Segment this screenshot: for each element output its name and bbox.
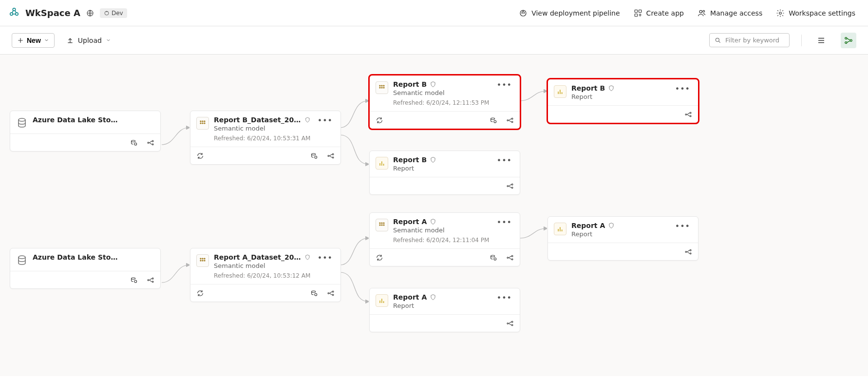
svg-point-59 [200,260,201,261]
svg-point-28 [312,153,316,155]
svg-point-17 [132,140,135,142]
svg-point-75 [507,257,509,258]
svg-point-36 [379,87,380,88]
svg-point-13 [845,37,847,39]
svg-point-32 [332,157,334,158]
gateway-icon[interactable] [489,253,498,263]
node-report-b-out[interactable]: Report B Report ••• [547,79,698,123]
lineage-icon[interactable] [505,181,515,191]
svg-point-9 [699,10,702,13]
upload-button[interactable]: Upload [66,37,111,44]
more-icon[interactable]: ••• [316,116,335,142]
svg-point-65 [332,291,334,292]
gateway-icon[interactable] [129,275,139,285]
svg-point-45 [511,184,513,185]
node-report-a-out[interactable]: Report A Report ••• [547,216,698,261]
gateway-icon[interactable] [129,138,139,148]
svg-point-42 [511,118,513,119]
svg-point-51 [132,278,135,279]
svg-point-63 [315,293,317,296]
svg-point-52 [134,280,137,283]
lineage-icon[interactable] [683,247,693,257]
more-icon[interactable]: ••• [495,218,514,244]
node-semantic-model-b[interactable]: Report B Semantic model Refreshed: 6/20/… [369,75,520,129]
filter-input[interactable]: Filter by keyword [709,33,790,47]
stage-label: Dev [112,10,123,17]
svg-point-19 [148,142,149,143]
svg-point-41 [507,119,509,121]
svg-point-79 [511,321,513,322]
more-icon[interactable]: ••• [495,293,514,309]
svg-point-31 [332,153,334,155]
node-dataset-a[interactable]: Report A_Dataset_2060000_2245... Semanti… [190,248,341,302]
svg-point-74 [494,258,496,260]
lineage-icon[interactable] [146,138,155,148]
svg-point-66 [332,294,334,296]
lineage-icon[interactable] [326,151,336,161]
lineage-view-toggle[interactable] [841,33,856,48]
search-icon [715,37,721,44]
gateway-icon[interactable] [489,115,498,125]
svg-point-80 [511,324,513,326]
toolbar: New Upload Filter by keyword [0,26,868,55]
node-dataset-b[interactable]: Report B_Dataset_2060000_ae17... Semanti… [190,111,341,165]
svg-point-37 [381,87,382,88]
lineage-canvas[interactable]: Azure Data Lake Storage Gen2 Report B_Da… [0,55,868,376]
more-icon[interactable]: ••• [495,156,514,172]
svg-point-44 [507,185,509,187]
manage-access-link[interactable]: Manage access [694,6,766,20]
list-view-toggle[interactable] [813,33,829,48]
create-app-link[interactable]: Create app [630,6,688,20]
svg-point-47 [685,113,687,115]
svg-point-77 [511,259,513,260]
svg-point-35 [383,85,384,86]
node-source-adls-b[interactable]: Azure Data Lake Storage Gen2 [10,111,161,151]
svg-point-71 [381,225,382,226]
shield-icon [608,222,615,229]
svg-point-70 [379,225,380,226]
svg-point-26 [202,123,203,124]
lineage-icon[interactable] [146,275,155,285]
lineage-icon[interactable] [505,319,515,328]
workspace-settings-link[interactable]: Workspace settings [772,6,859,20]
view-pipeline-link[interactable]: View deployment pipeline [515,6,623,20]
svg-point-64 [328,292,329,294]
svg-point-50 [19,256,25,259]
lineage-icon[interactable] [505,115,515,125]
new-button[interactable]: New [12,33,55,48]
node-semantic-model-a[interactable]: Report A Semantic model Refreshed: 6/20/… [369,212,520,266]
node-report-b2[interactable]: Report B Report ••• [369,151,520,195]
svg-point-25 [200,123,201,124]
more-icon[interactable]: ••• [316,253,335,279]
lineage-icon[interactable] [505,253,515,263]
lineage-icon[interactable] [683,110,693,119]
shield-icon [430,218,436,225]
svg-point-81 [685,251,687,252]
more-icon[interactable]: ••• [673,84,692,100]
refresh-icon[interactable] [195,151,205,161]
svg-point-49 [690,115,691,117]
svg-point-62 [312,291,316,292]
svg-rect-7 [639,10,641,12]
lineage-icon[interactable] [326,288,336,298]
node-source-adls-a[interactable]: Azure Data Lake Storage Gen2 [10,248,161,289]
svg-point-29 [315,156,317,158]
gateway-icon[interactable] [309,288,319,298]
more-icon[interactable]: ••• [673,222,692,238]
database-icon [16,117,28,129]
svg-point-15 [850,39,852,41]
svg-point-10 [703,10,705,12]
database-icon [16,254,28,266]
node-report-a2[interactable]: Report A Report ••• [369,288,520,332]
refresh-icon[interactable] [195,288,205,298]
svg-point-23 [202,121,203,122]
svg-point-53 [148,279,149,281]
gateway-icon[interactable] [309,151,319,161]
svg-point-30 [328,155,329,156]
more-icon[interactable]: ••• [495,80,514,106]
refresh-icon[interactable] [375,253,384,263]
svg-point-76 [511,255,513,257]
svg-point-11 [779,12,782,14]
refresh-icon[interactable] [375,115,384,125]
semantic-model-icon [196,254,209,267]
